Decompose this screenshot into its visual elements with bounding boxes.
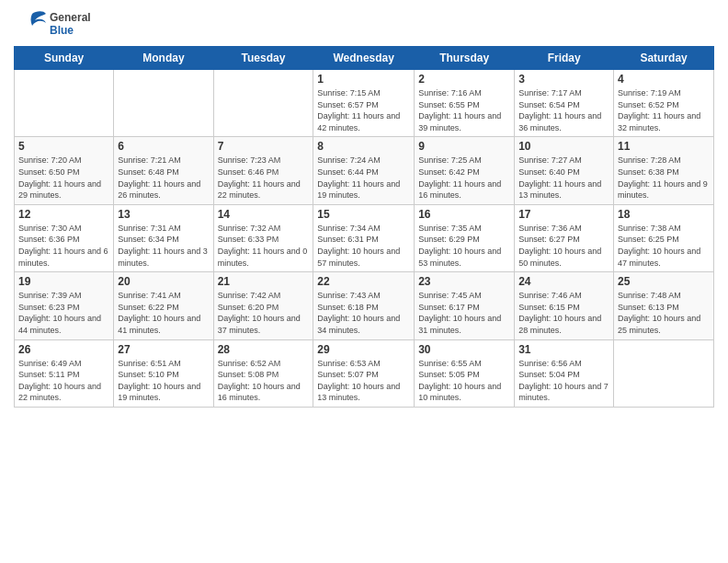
day-info: Sunrise: 6:56 AM Sunset: 5:04 PM Dayligh… bbox=[518, 358, 609, 404]
day-info: Sunrise: 6:51 AM Sunset: 5:10 PM Dayligh… bbox=[118, 358, 209, 404]
header: GeneralBlue bbox=[14, 9, 714, 39]
calendar-cell: 22Sunrise: 7:43 AM Sunset: 6:18 PM Dayli… bbox=[313, 272, 415, 339]
day-info: Sunrise: 7:43 AM Sunset: 6:18 PM Dayligh… bbox=[317, 290, 410, 336]
calendar-cell: 25Sunrise: 7:48 AM Sunset: 6:13 PM Dayli… bbox=[614, 272, 714, 339]
calendar-cell: 26Sunrise: 6:49 AM Sunset: 5:11 PM Dayli… bbox=[15, 339, 114, 407]
day-number: 12 bbox=[18, 208, 109, 221]
day-number: 30 bbox=[418, 343, 510, 356]
day-number: 20 bbox=[118, 275, 209, 288]
day-info: Sunrise: 7:45 AM Sunset: 6:17 PM Dayligh… bbox=[418, 290, 510, 336]
header-day-friday: Friday bbox=[515, 47, 614, 70]
day-info: Sunrise: 7:46 AM Sunset: 6:15 PM Dayligh… bbox=[518, 290, 609, 336]
day-number: 7 bbox=[218, 140, 310, 153]
day-info: Sunrise: 7:28 AM Sunset: 6:38 PM Dayligh… bbox=[618, 155, 710, 201]
day-number: 26 bbox=[18, 343, 109, 356]
day-number: 25 bbox=[618, 275, 710, 288]
day-number: 19 bbox=[18, 275, 109, 288]
calendar-week-row: 1Sunrise: 7:15 AM Sunset: 6:57 PM Daylig… bbox=[15, 70, 714, 137]
calendar-cell: 2Sunrise: 7:16 AM Sunset: 6:55 PM Daylig… bbox=[415, 70, 515, 137]
day-info: Sunrise: 7:32 AM Sunset: 6:33 PM Dayligh… bbox=[218, 223, 310, 269]
logo-general: General bbox=[50, 11, 91, 24]
day-number: 23 bbox=[418, 275, 510, 288]
calendar-cell: 14Sunrise: 7:32 AM Sunset: 6:33 PM Dayli… bbox=[213, 204, 313, 271]
calendar-cell: 18Sunrise: 7:38 AM Sunset: 6:25 PM Dayli… bbox=[614, 204, 714, 271]
calendar-cell: 27Sunrise: 6:51 AM Sunset: 5:10 PM Dayli… bbox=[114, 339, 213, 407]
header-day-wednesday: Wednesday bbox=[313, 47, 415, 70]
day-number: 17 bbox=[518, 208, 609, 221]
calendar-cell: 11Sunrise: 7:28 AM Sunset: 6:38 PM Dayli… bbox=[614, 137, 714, 204]
calendar-cell bbox=[15, 70, 114, 137]
day-info: Sunrise: 6:52 AM Sunset: 5:08 PM Dayligh… bbox=[218, 358, 310, 404]
day-info: Sunrise: 6:53 AM Sunset: 5:07 PM Dayligh… bbox=[317, 358, 410, 404]
day-number: 27 bbox=[118, 343, 209, 356]
day-number: 4 bbox=[618, 73, 710, 86]
calendar-cell: 5Sunrise: 7:20 AM Sunset: 6:50 PM Daylig… bbox=[15, 137, 114, 204]
calendar-cell: 7Sunrise: 7:23 AM Sunset: 6:46 PM Daylig… bbox=[213, 137, 313, 204]
header-day-tuesday: Tuesday bbox=[213, 47, 313, 70]
calendar-week-row: 5Sunrise: 7:20 AM Sunset: 6:50 PM Daylig… bbox=[15, 137, 714, 204]
day-number: 24 bbox=[518, 275, 609, 288]
day-info: Sunrise: 7:42 AM Sunset: 6:20 PM Dayligh… bbox=[218, 290, 310, 336]
calendar-cell bbox=[114, 70, 213, 137]
calendar-cell: 24Sunrise: 7:46 AM Sunset: 6:15 PM Dayli… bbox=[515, 272, 614, 339]
day-info: Sunrise: 6:49 AM Sunset: 5:11 PM Dayligh… bbox=[18, 358, 109, 404]
calendar-cell: 23Sunrise: 7:45 AM Sunset: 6:17 PM Dayli… bbox=[415, 272, 515, 339]
calendar-cell: 8Sunrise: 7:24 AM Sunset: 6:44 PM Daylig… bbox=[313, 137, 415, 204]
day-info: Sunrise: 7:24 AM Sunset: 6:44 PM Dayligh… bbox=[317, 155, 410, 201]
calendar-cell: 29Sunrise: 6:53 AM Sunset: 5:07 PM Dayli… bbox=[313, 339, 415, 407]
calendar-week-row: 19Sunrise: 7:39 AM Sunset: 6:23 PM Dayli… bbox=[15, 272, 714, 339]
calendar-cell: 10Sunrise: 7:27 AM Sunset: 6:40 PM Dayli… bbox=[515, 137, 614, 204]
day-number: 13 bbox=[118, 208, 209, 221]
calendar-cell: 13Sunrise: 7:31 AM Sunset: 6:34 PM Dayli… bbox=[114, 204, 213, 271]
calendar-cell: 1Sunrise: 7:15 AM Sunset: 6:57 PM Daylig… bbox=[313, 70, 415, 137]
calendar-cell: 21Sunrise: 7:42 AM Sunset: 6:20 PM Dayli… bbox=[213, 272, 313, 339]
day-info: Sunrise: 7:23 AM Sunset: 6:46 PM Dayligh… bbox=[218, 155, 310, 201]
calendar-cell: 6Sunrise: 7:21 AM Sunset: 6:48 PM Daylig… bbox=[114, 137, 213, 204]
header-day-saturday: Saturday bbox=[614, 47, 714, 70]
day-number: 8 bbox=[317, 140, 410, 153]
day-info: Sunrise: 7:25 AM Sunset: 6:42 PM Dayligh… bbox=[418, 155, 510, 201]
calendar-cell bbox=[213, 70, 313, 137]
day-number: 16 bbox=[418, 208, 510, 221]
day-info: Sunrise: 7:48 AM Sunset: 6:13 PM Dayligh… bbox=[618, 290, 710, 336]
day-info: Sunrise: 7:36 AM Sunset: 6:27 PM Dayligh… bbox=[518, 223, 609, 269]
logo: GeneralBlue bbox=[14, 9, 91, 39]
calendar-cell: 17Sunrise: 7:36 AM Sunset: 6:27 PM Dayli… bbox=[515, 204, 614, 271]
day-number: 31 bbox=[518, 343, 609, 356]
day-info: Sunrise: 7:19 AM Sunset: 6:52 PM Dayligh… bbox=[618, 87, 710, 133]
calendar-cell: 3Sunrise: 7:17 AM Sunset: 6:54 PM Daylig… bbox=[515, 70, 614, 137]
logo-blue: Blue bbox=[50, 24, 91, 37]
header-day-sunday: Sunday bbox=[15, 47, 114, 70]
calendar-week-row: 26Sunrise: 6:49 AM Sunset: 5:11 PM Dayli… bbox=[15, 339, 714, 407]
calendar: SundayMondayTuesdayWednesdayThursdayFrid… bbox=[14, 46, 714, 408]
day-info: Sunrise: 7:34 AM Sunset: 6:31 PM Dayligh… bbox=[317, 223, 410, 269]
calendar-cell: 19Sunrise: 7:39 AM Sunset: 6:23 PM Dayli… bbox=[15, 272, 114, 339]
header-day-thursday: Thursday bbox=[415, 47, 515, 70]
calendar-cell: 30Sunrise: 6:55 AM Sunset: 5:05 PM Dayli… bbox=[415, 339, 515, 407]
day-info: Sunrise: 7:20 AM Sunset: 6:50 PM Dayligh… bbox=[18, 155, 109, 201]
calendar-cell: 4Sunrise: 7:19 AM Sunset: 6:52 PM Daylig… bbox=[614, 70, 714, 137]
day-info: Sunrise: 7:15 AM Sunset: 6:57 PM Dayligh… bbox=[317, 87, 410, 133]
day-number: 29 bbox=[317, 343, 410, 356]
day-number: 15 bbox=[317, 208, 410, 221]
day-number: 2 bbox=[418, 73, 510, 86]
day-number: 5 bbox=[18, 140, 109, 153]
day-info: Sunrise: 7:17 AM Sunset: 6:54 PM Dayligh… bbox=[518, 87, 609, 133]
day-info: Sunrise: 7:31 AM Sunset: 6:34 PM Dayligh… bbox=[118, 223, 209, 269]
calendar-cell: 15Sunrise: 7:34 AM Sunset: 6:31 PM Dayli… bbox=[313, 204, 415, 271]
calendar-cell: 9Sunrise: 7:25 AM Sunset: 6:42 PM Daylig… bbox=[415, 137, 515, 204]
day-info: Sunrise: 6:55 AM Sunset: 5:05 PM Dayligh… bbox=[418, 358, 510, 404]
day-info: Sunrise: 7:41 AM Sunset: 6:22 PM Dayligh… bbox=[118, 290, 209, 336]
day-info: Sunrise: 7:21 AM Sunset: 6:48 PM Dayligh… bbox=[118, 155, 209, 201]
calendar-header-row: SundayMondayTuesdayWednesdayThursdayFrid… bbox=[15, 47, 714, 70]
header-day-monday: Monday bbox=[114, 47, 213, 70]
day-info: Sunrise: 7:16 AM Sunset: 6:55 PM Dayligh… bbox=[418, 87, 510, 133]
day-number: 11 bbox=[618, 140, 710, 153]
calendar-cell: 20Sunrise: 7:41 AM Sunset: 6:22 PM Dayli… bbox=[114, 272, 213, 339]
day-number: 18 bbox=[618, 208, 710, 221]
day-number: 28 bbox=[218, 343, 310, 356]
day-info: Sunrise: 7:39 AM Sunset: 6:23 PM Dayligh… bbox=[18, 290, 109, 336]
day-number: 1 bbox=[317, 73, 410, 86]
calendar-cell: 28Sunrise: 6:52 AM Sunset: 5:08 PM Dayli… bbox=[213, 339, 313, 407]
day-number: 22 bbox=[317, 275, 410, 288]
